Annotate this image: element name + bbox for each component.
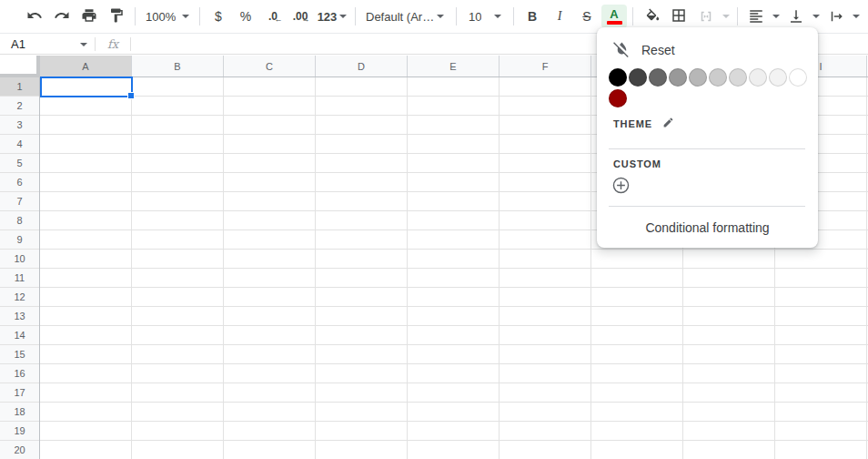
- row-header[interactable]: 13: [0, 307, 39, 326]
- borders-icon: [671, 7, 687, 26]
- row-header[interactable]: 12: [0, 288, 39, 307]
- strikethrough-button[interactable]: S: [574, 5, 600, 28]
- color-swatch[interactable]: [669, 68, 687, 87]
- column-header[interactable]: B: [132, 56, 224, 76]
- row-header[interactable]: 16: [0, 364, 39, 383]
- toolbar-divider: [456, 7, 457, 26]
- chevron-down-icon: [853, 15, 860, 18]
- conditional-formatting-button[interactable]: Conditional formatting: [597, 207, 818, 248]
- bold-button[interactable]: B: [520, 5, 545, 28]
- text-wrap-button[interactable]: [823, 5, 863, 28]
- redo-icon: [54, 7, 70, 26]
- panel-divider: [609, 148, 805, 149]
- text-color-label: A: [610, 8, 618, 20]
- select-all-corner[interactable]: [0, 56, 40, 77]
- color-swatch[interactable]: [609, 89, 627, 107]
- row-header[interactable]: 15: [0, 345, 39, 364]
- print-icon: [81, 7, 97, 26]
- toolbar-divider: [737, 7, 738, 26]
- paint-format-button[interactable]: [104, 5, 129, 28]
- zoom-value: 100%: [146, 10, 176, 24]
- format-percent-button[interactable]: %: [233, 5, 258, 28]
- vertical-align-bottom-icon: [783, 5, 809, 28]
- column-header[interactable]: A: [40, 56, 132, 76]
- percent-label: %: [240, 9, 251, 24]
- color-swatch[interactable]: [689, 68, 707, 87]
- row-header[interactable]: 3: [0, 116, 39, 135]
- chevron-down-icon: [339, 15, 347, 18]
- color-swatch[interactable]: [769, 68, 787, 87]
- chevron-down-icon: [494, 15, 501, 18]
- merge-cells-icon: [693, 5, 719, 28]
- row-header[interactable]: 19: [0, 422, 39, 441]
- color-swatch[interactable]: [709, 68, 727, 87]
- more-formats-label: 123: [318, 10, 338, 24]
- increase-decimal-button[interactable]: .00 →: [288, 5, 313, 28]
- column-header[interactable]: D: [316, 56, 408, 76]
- column-header[interactable]: C: [224, 56, 316, 76]
- color-swatch[interactable]: [609, 68, 627, 87]
- custom-label: CUSTOM: [613, 158, 661, 169]
- column-header[interactable]: E: [408, 56, 500, 76]
- color-swatch[interactable]: [629, 68, 647, 87]
- add-custom-color-button[interactable]: [611, 176, 631, 195]
- format-currency-button[interactable]: $: [206, 5, 231, 28]
- vertical-align-button[interactable]: [782, 5, 823, 28]
- row-header[interactable]: 14: [0, 326, 39, 345]
- color-swatch[interactable]: [749, 68, 767, 87]
- row-header[interactable]: 6: [0, 173, 39, 192]
- column-header[interactable]: F: [500, 56, 591, 76]
- italic-button[interactable]: I: [547, 5, 572, 28]
- borders-button[interactable]: [666, 5, 691, 28]
- merge-cells-button[interactable]: [692, 5, 732, 28]
- row-header[interactable]: 7: [0, 192, 39, 211]
- font-name: Default (Ari…: [366, 10, 435, 24]
- row-header[interactable]: 18: [0, 403, 39, 422]
- text-color-button[interactable]: A: [601, 5, 627, 28]
- currency-label: $: [215, 9, 222, 24]
- row-header[interactable]: 2: [0, 97, 39, 116]
- row-header[interactable]: 4: [0, 135, 39, 154]
- toolbar-divider: [135, 7, 136, 26]
- row-header[interactable]: 1: [0, 77, 39, 97]
- active-cell-selection: [40, 76, 133, 97]
- text-color-underline: [607, 21, 622, 25]
- fill-color-button[interactable]: [639, 5, 664, 28]
- text-rotation-button[interactable]: [863, 5, 868, 28]
- reset-color-button[interactable]: Reset: [597, 38, 818, 62]
- custom-colors: [597, 169, 818, 206]
- row-header[interactable]: 9: [0, 230, 39, 250]
- fx-icon: fx: [107, 37, 118, 51]
- font-select[interactable]: Default (Ari…: [360, 5, 451, 28]
- italic-label: I: [558, 9, 562, 24]
- fill-handle[interactable]: [127, 92, 135, 99]
- font-size-value: 10: [469, 10, 481, 24]
- reset-label: Reset: [641, 43, 675, 57]
- bold-label: B: [528, 9, 537, 24]
- row-header[interactable]: 17: [0, 383, 39, 403]
- row-header[interactable]: 20: [0, 441, 39, 459]
- row-header[interactable]: 10: [0, 250, 39, 269]
- chevron-down-icon: [80, 43, 87, 46]
- undo-button[interactable]: [22, 5, 47, 28]
- formula-bar-divider: [95, 37, 96, 51]
- name-box[interactable]: A1: [0, 35, 95, 54]
- color-swatch[interactable]: [729, 68, 747, 87]
- row-header[interactable]: 11: [0, 269, 39, 288]
- zoom-select[interactable]: 100%: [140, 5, 195, 28]
- edit-theme-pencil-icon[interactable]: [662, 117, 674, 130]
- more-formats-button[interactable]: 123: [315, 5, 349, 28]
- redo-button[interactable]: [49, 5, 75, 28]
- name-box-value: A1: [11, 37, 25, 51]
- theme-label: THEME: [613, 118, 652, 129]
- color-swatch[interactable]: [789, 68, 807, 87]
- horizontal-align-button[interactable]: [742, 5, 782, 28]
- row-header[interactable]: 8: [0, 211, 39, 230]
- print-button[interactable]: [76, 5, 102, 28]
- decrease-decimal-button[interactable]: .0 ←: [260, 5, 286, 28]
- toolbar-divider: [355, 7, 356, 26]
- toolbar-divider: [199, 7, 200, 26]
- color-swatch[interactable]: [649, 68, 667, 87]
- font-size-select[interactable]: 10: [461, 5, 509, 28]
- row-header[interactable]: 5: [0, 154, 39, 173]
